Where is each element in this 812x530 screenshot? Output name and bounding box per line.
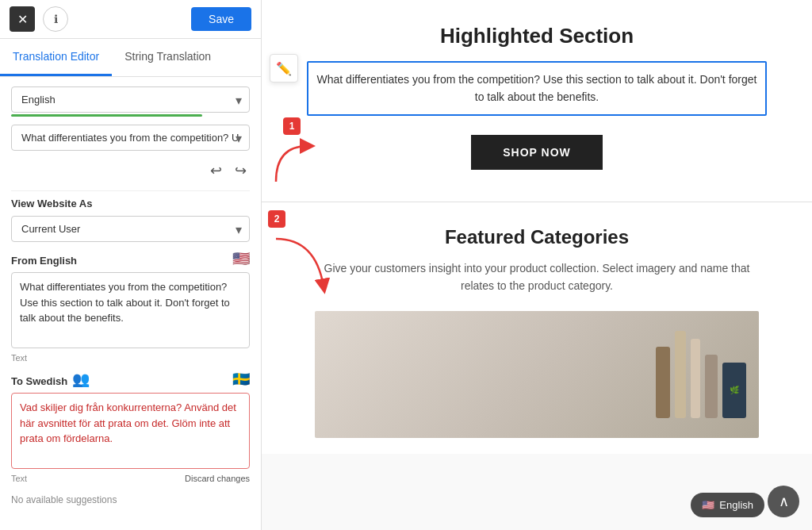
annotation-badge-2: 2 xyxy=(268,210,285,228)
highlighted-section: ✏️ Highlighted Section What differentiat… xyxy=(262,0,812,202)
language-select[interactable]: English Swedish French xyxy=(11,86,250,113)
product-item-4 xyxy=(705,355,718,418)
current-user-select-wrapper: Current User Guest ▾ xyxy=(11,216,250,242)
product-item-2 xyxy=(675,331,686,418)
annotation-arrow-2 xyxy=(268,231,331,294)
featured-section: 2 Featured Categories Give your customer… xyxy=(262,202,812,454)
current-user-select[interactable]: Current User Guest xyxy=(11,216,250,242)
product-image-container: 🌿 xyxy=(293,311,780,438)
right-panel: ✏️ Highlighted Section What differentiat… xyxy=(262,0,812,530)
info-button[interactable]: ℹ xyxy=(43,6,68,32)
tab-translation-editor[interactable]: Translation Editor xyxy=(0,39,112,76)
highlighted-title: Highlighted Section xyxy=(293,24,780,48)
to-header: To Swedish 👥 🇸🇪 xyxy=(11,371,250,388)
close-button[interactable]: ✕ xyxy=(10,6,35,32)
panel-content: English Swedish French ▾ What differenti… xyxy=(0,77,261,530)
bottom-lang-label: English xyxy=(719,499,753,511)
tab-string-translation[interactable]: String Translation xyxy=(112,39,224,76)
save-button[interactable]: Save xyxy=(191,7,251,31)
featured-title: Featured Categories xyxy=(293,226,780,248)
undo-button[interactable]: ↩ xyxy=(207,160,225,181)
undo-redo-bar: ↩ ↪ xyxy=(11,159,250,182)
from-label: From English xyxy=(11,255,77,267)
string-select[interactable]: What differentiates you from the competi… xyxy=(11,125,250,151)
to-label: To Swedish xyxy=(11,375,67,387)
annotation-badge-1: 1 xyxy=(283,117,301,135)
bottom-flag-icon: 🇺🇸 xyxy=(702,499,714,511)
language-select-wrapper: English Swedish French ▾ xyxy=(11,86,250,113)
tabs: Translation Editor String Translation xyxy=(0,39,261,77)
top-bar: ✕ ℹ Save xyxy=(0,0,261,39)
redo-button[interactable]: ↪ xyxy=(232,160,250,181)
team-icon: 👥 xyxy=(72,371,90,388)
shop-now-button[interactable]: SHOP NOW xyxy=(471,135,603,170)
left-panel: ✕ ℹ Save Translation Editor String Trans… xyxy=(0,0,262,530)
highlighted-text: What differentiates you from the competi… xyxy=(307,61,767,116)
featured-desc: Give your customers insight into your pr… xyxy=(315,259,759,295)
from-header: From English 🇺🇸 xyxy=(11,250,250,267)
annotation-arrow-1 xyxy=(268,138,316,186)
scroll-top-button[interactable]: ∧ xyxy=(768,486,799,517)
to-header-left: To Swedish 👥 xyxy=(11,371,90,388)
product-item-5: 🌿 xyxy=(722,363,746,418)
from-meta: Text xyxy=(11,353,250,363)
product-item-3 xyxy=(691,339,700,418)
product-items: 🌿 xyxy=(643,318,759,431)
bottom-language-button[interactable]: 🇺🇸 English xyxy=(691,493,764,517)
se-flag-icon: 🇸🇪 xyxy=(232,371,250,388)
view-website-section: View Website As Current User Guest ▾ xyxy=(11,190,250,242)
view-website-label: View Website As xyxy=(11,198,250,209)
language-underline xyxy=(11,114,202,117)
to-meta-bar: Text Discard changes xyxy=(11,474,250,483)
to-text-area[interactable] xyxy=(11,393,250,469)
chevron-up-icon: ∧ xyxy=(779,493,789,510)
edit-pencil-icon[interactable]: ✏️ xyxy=(270,54,298,83)
product-image: 🌿 xyxy=(315,311,759,438)
from-section: From English 🇺🇸 Text xyxy=(11,250,250,363)
discard-changes-button[interactable]: Discard changes xyxy=(185,474,250,483)
to-section: To Swedish 👥 🇸🇪 Text Discard changes xyxy=(11,371,250,483)
product-item-1 xyxy=(656,347,670,418)
suggestions-label: No available suggestions xyxy=(11,491,250,505)
from-text-area[interactable] xyxy=(11,272,250,348)
us-flag-icon: 🇺🇸 xyxy=(232,250,250,267)
annotation-1: 1 xyxy=(268,117,316,186)
to-meta-label: Text xyxy=(11,474,27,483)
annotation-2: 2 xyxy=(268,210,331,298)
string-select-wrapper: What differentiates you from the competi… xyxy=(11,125,250,151)
